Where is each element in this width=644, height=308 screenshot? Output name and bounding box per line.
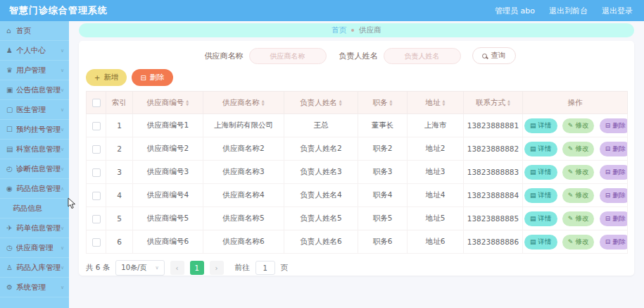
trash-icon: ⊟ bbox=[605, 122, 611, 129]
cell-address: 地址4 bbox=[408, 184, 464, 207]
chevron-down-icon: ∨ bbox=[61, 147, 64, 152]
cell-phone: 13823888884 bbox=[464, 184, 523, 207]
cell-person-name: 负责人姓名3 bbox=[284, 161, 358, 184]
sidebar-item[interactable]: ♟ 个人中心 ∨ bbox=[0, 41, 69, 61]
column-header[interactable]: 负责人姓名▲▼ bbox=[284, 92, 358, 114]
chevron-down-icon: ∨ bbox=[61, 265, 64, 271]
row-delete-button[interactable]: ⊟删除 bbox=[600, 165, 628, 180]
table-row: 1 供应商编号1 上海制药有限公司 王总 董事长 上海市 13823888881… bbox=[87, 114, 628, 137]
row-checkbox[interactable] bbox=[92, 192, 101, 200]
breadcrumb-home[interactable]: 首页 bbox=[332, 25, 346, 35]
sort-caret-icon[interactable]: ▲▼ bbox=[339, 99, 342, 106]
sidebar-item[interactable]: ◴ 诊断信息管理 ∨ bbox=[0, 159, 69, 179]
page-1-button[interactable]: 1 bbox=[190, 261, 204, 275]
logout-link[interactable]: 退出登录 bbox=[602, 6, 633, 16]
page-size-select[interactable]: 10条/页 ∨ bbox=[115, 260, 164, 276]
edit-button[interactable]: ✎修改 bbox=[562, 118, 595, 133]
cell-supplier-name: 供应商名称4 bbox=[203, 184, 284, 207]
sidebar-item[interactable]: ◷ 供应商管理 ∨ bbox=[0, 238, 69, 258]
detail-button[interactable]: ▤详情 bbox=[524, 118, 557, 133]
row-checkbox[interactable] bbox=[92, 238, 101, 247]
sidebar-item[interactable]: ▢ 医生管理 ∨ bbox=[0, 100, 69, 120]
sidebar-item[interactable]: ▣ 公告信息管理 ∨ bbox=[0, 80, 69, 100]
add-button-label: 新增 bbox=[103, 73, 118, 82]
sidebar-item[interactable]: ☐ 预约挂号管理 ∨ bbox=[0, 120, 69, 140]
column-header[interactable]: 供应商编号▲▼ bbox=[133, 92, 203, 114]
sort-caret-icon[interactable]: ▲▼ bbox=[443, 99, 446, 106]
edit-button[interactable]: ✎修改 bbox=[562, 211, 595, 226]
edit-button[interactable]: ✎修改 bbox=[562, 142, 595, 156]
edit-button[interactable]: ✎修改 bbox=[562, 165, 595, 180]
plus-icon: + bbox=[94, 74, 100, 82]
sidebar-item[interactable]: ✈ 药单信息管理 ∨ bbox=[0, 218, 69, 238]
page-size-value: 10条/页 bbox=[121, 263, 146, 273]
sidebar-item[interactable]: ◉ 药品信息管理 ∧ bbox=[0, 179, 69, 199]
cell-job-title: 职务4 bbox=[358, 184, 408, 207]
sort-caret-icon[interactable]: ▲▼ bbox=[262, 99, 265, 106]
pencil-icon: ✎ bbox=[568, 192, 574, 199]
sidebar-item[interactable]: ♛ 用户管理 ∨ bbox=[0, 61, 69, 80]
chevron-down-icon: ∨ bbox=[61, 285, 64, 290]
trash-icon: ⊟ bbox=[605, 168, 611, 175]
edit-button[interactable]: ✎修改 bbox=[562, 235, 595, 250]
prescription-icon: ✈ bbox=[6, 224, 16, 232]
goto-page-input[interactable] bbox=[255, 261, 275, 275]
sort-caret-icon[interactable]: ▲▼ bbox=[390, 99, 393, 106]
row-checkbox[interactable] bbox=[92, 122, 101, 130]
detail-button[interactable]: ▤详情 bbox=[524, 142, 557, 156]
cell-address: 地址6 bbox=[408, 230, 464, 254]
sidebar-subitem[interactable]: 药品信息 bbox=[0, 199, 69, 218]
edit-button[interactable]: ✎修改 bbox=[562, 188, 595, 203]
sort-caret-icon[interactable]: ▲▼ bbox=[507, 99, 510, 106]
row-checkbox[interactable] bbox=[92, 215, 101, 223]
row-delete-button[interactable]: ⊟删除 bbox=[600, 118, 628, 133]
row-checkbox[interactable] bbox=[92, 145, 101, 154]
column-header[interactable]: 地址▲▼ bbox=[408, 92, 464, 114]
column-header[interactable]: 联系方式▲▼ bbox=[464, 92, 523, 114]
column-header[interactable]: 供应商名称▲▼ bbox=[203, 92, 284, 114]
supplier-name-input[interactable] bbox=[249, 48, 327, 64]
delete-button[interactable]: ⊟ 删除 bbox=[132, 69, 172, 86]
column-header[interactable]: 职务▲▼ bbox=[358, 92, 408, 114]
person-name-input[interactable] bbox=[384, 48, 461, 64]
exit-to-front-link[interactable]: 退出到前台 bbox=[549, 6, 588, 16]
storage-icon: ♙ bbox=[6, 264, 16, 271]
table-row: 6 供应商编号6 供应商名称6 负责人姓名6 职务6 地址6 138238888… bbox=[87, 230, 628, 254]
row-checkbox[interactable] bbox=[92, 168, 101, 177]
add-button[interactable]: + 新增 bbox=[86, 69, 127, 86]
sort-caret-icon[interactable]: ▲▼ bbox=[186, 99, 189, 106]
prev-page-button[interactable]: ‹ bbox=[170, 261, 184, 275]
detail-button[interactable]: ▤详情 bbox=[524, 165, 557, 180]
row-delete-button[interactable]: ⊟删除 bbox=[600, 211, 628, 226]
cell-supplier-name: 供应商名称2 bbox=[203, 137, 284, 161]
document-icon: ▤ bbox=[530, 145, 536, 152]
trash-icon: ⊟ bbox=[605, 215, 611, 222]
breadcrumb-separator-dot bbox=[351, 29, 354, 32]
next-page-button[interactable]: › bbox=[210, 261, 224, 275]
sidebar-item[interactable]: ⌂ 首页 bbox=[0, 21, 69, 41]
cell-supplier-code: 供应商编号5 bbox=[133, 207, 203, 230]
table-row: 5 供应商编号5 供应商名称5 负责人姓名5 职务5 地址5 138238888… bbox=[87, 207, 628, 230]
cell-supplier-code: 供应商编号1 bbox=[133, 114, 203, 137]
detail-button[interactable]: ▤详情 bbox=[524, 188, 557, 203]
search-button[interactable]: 查询 bbox=[472, 47, 516, 64]
row-delete-button[interactable]: ⊟删除 bbox=[600, 188, 628, 203]
search-icon bbox=[482, 54, 487, 58]
sidebar-item[interactable]: ⚙ 系统管理 ∨ bbox=[0, 278, 69, 297]
admin-user-label: 管理员 abo bbox=[495, 6, 535, 16]
detail-button[interactable]: ▤详情 bbox=[524, 235, 557, 250]
sidebar-item[interactable]: ▤ 科室信息管理 ∨ bbox=[0, 140, 69, 159]
pagination: 共 6 条 10条/页 ∨ ‹ 1 › 前往 页 bbox=[86, 254, 627, 276]
cell-job-title: 董事长 bbox=[358, 114, 408, 137]
row-delete-button[interactable]: ⊟删除 bbox=[600, 235, 628, 250]
cell-phone: 13823888886 bbox=[464, 230, 523, 254]
detail-button[interactable]: ▤详情 bbox=[524, 211, 557, 226]
cell-person-name: 负责人姓名2 bbox=[284, 137, 358, 161]
sidebar-item[interactable]: ♙ 药品入库管理 ∨ bbox=[0, 258, 69, 278]
row-delete-button[interactable]: ⊟删除 bbox=[600, 142, 628, 156]
pencil-icon: ✎ bbox=[568, 168, 574, 175]
select-all-checkbox[interactable] bbox=[92, 99, 101, 107]
document-icon: ▤ bbox=[530, 238, 536, 245]
sidebar-item-label: 药品入库管理 bbox=[16, 263, 61, 273]
cell-supplier-name: 上海制药有限公司 bbox=[203, 114, 284, 137]
